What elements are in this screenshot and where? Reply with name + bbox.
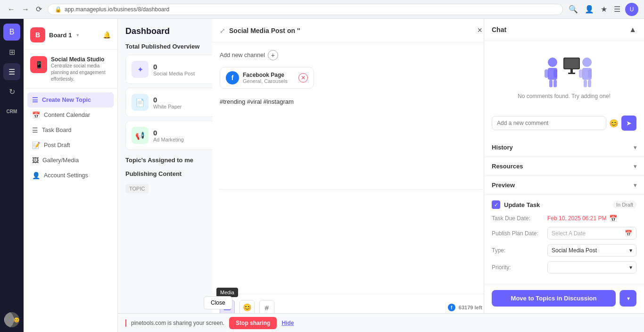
menu-icon[interactable]: ☰	[3, 63, 20, 80]
browser-nav: ← → ⟳	[6, 3, 44, 16]
refresh-button[interactable]: ⟳	[34, 3, 44, 16]
hashtag-icon: #	[265, 304, 269, 312]
close-button[interactable]: Close	[204, 296, 232, 309]
calendar-icon[interactable]: 📅	[609, 215, 617, 222]
stat-count: 0	[153, 129, 184, 137]
modal-header: ⤢ Social Media Post on '' ×	[212, 19, 490, 42]
search-button[interactable]: 🔍	[567, 3, 580, 16]
modal-close-button[interactable]: ×	[477, 25, 482, 35]
back-button[interactable]: ←	[6, 3, 17, 16]
svg-rect-7	[553, 80, 557, 87]
sidebar-brand-icon: B	[30, 27, 45, 42]
preview-header[interactable]: Preview ▾	[484, 176, 644, 194]
svg-rect-9	[564, 58, 579, 68]
facebook-channel-chip[interactable]: f Facebook Page General, Carousels ✕	[220, 67, 314, 89]
add-channel-row: Add new channel +	[220, 50, 482, 60]
priority-select[interactable]: ▾	[547, 261, 636, 274]
publish-date-row: Publish Plan Date: Select A Date 📅	[492, 227, 636, 240]
comment-send-button[interactable]: ➤	[621, 116, 636, 131]
share-divider	[125, 319, 126, 327]
expand-icon[interactable]: ⤢	[220, 27, 225, 34]
comment-emoji-button[interactable]: 😊	[609, 119, 619, 128]
type-row: Type: Social Media Post ▾	[492, 244, 636, 257]
due-date-value: Feb 10, 2025 06:21 PM 📅	[547, 215, 636, 222]
sidebar-item-gallery[interactable]: 🖼 Gallery/Media	[27, 153, 114, 168]
publish-date-input[interactable]: Select A Date 📅	[547, 227, 636, 240]
stat-info-social: 0 Social Media Post	[153, 63, 195, 76]
resources-accordion: Resources ▾	[484, 157, 644, 176]
history-accordion: History ▾	[484, 138, 644, 157]
studio-block: 📱 Social Media Studio Centralize social …	[24, 53, 117, 89]
chat-title: Chat	[492, 26, 506, 33]
sidebar-item-account-settings[interactable]: 👤 Account Settings	[27, 168, 114, 183]
history-header[interactable]: History ▾	[484, 138, 644, 157]
facebook-icon: f	[226, 71, 239, 84]
move-to-dropdown-button[interactable]: ▾	[619, 290, 636, 307]
sidebar-item-task-board[interactable]: ☰ Task Board	[27, 123, 114, 138]
due-date-text: Feb 10, 2025 06:21 PM	[547, 215, 606, 222]
refresh-nav-icon[interactable]: ↻	[3, 83, 20, 100]
due-date-row: Task Due Date: Feb 10, 2025 06:21 PM 📅	[492, 215, 636, 222]
sidebar: B Board 1 ▾ 🔔 📱 Social Media Studio Cent…	[24, 19, 118, 332]
char-count-text: 63179 left	[459, 305, 482, 310]
preview-accordion: Preview ▾	[484, 176, 644, 195]
lock-icon: 🔒	[55, 6, 62, 13]
browser-actions: 🔍 👤 ★ ☰ U	[567, 3, 638, 16]
channel-info: Facebook Page General, Carousels	[243, 72, 295, 84]
comment-input-row: 😊 ➤	[484, 116, 644, 131]
type-select[interactable]: Social Media Post ▾	[547, 244, 636, 257]
comment-input[interactable]	[492, 116, 606, 130]
user-avatar-button[interactable]: U	[625, 3, 638, 16]
resources-label: Resources	[492, 163, 523, 170]
forward-button[interactable]: →	[20, 3, 31, 16]
fb-icon-small: f	[448, 304, 455, 311]
profile-button[interactable]: 👤	[583, 3, 596, 16]
extensions-button[interactable]: ☰	[612, 3, 622, 16]
stat-info-admarketing: 0 Ad Marketing	[153, 129, 184, 142]
emoji-icon: 😊	[243, 303, 252, 312]
channel-remove-button[interactable]: ✕	[298, 73, 308, 83]
due-date-label: Task Due Date:	[492, 215, 544, 222]
publish-date-placeholder: Select A Date	[552, 230, 586, 237]
create-topic-icon: ☰	[32, 96, 38, 104]
sidebar-item-label: Post Draft	[44, 142, 70, 149]
svg-rect-14	[579, 69, 583, 78]
chat-collapse-button[interactable]: ▲	[629, 25, 636, 34]
task-checkbox[interactable]: ✓	[492, 200, 500, 209]
hide-button[interactable]: Hide	[281, 320, 294, 326]
sidebar-item-calendar[interactable]: 📅 Content Calendar	[27, 108, 114, 123]
preview-chevron: ▾	[634, 182, 636, 189]
history-chevron: ▾	[634, 144, 636, 151]
grid-icon[interactable]: ⊞	[3, 43, 20, 60]
chat-illustration	[527, 50, 602, 93]
user-avatar[interactable]: 😊	[4, 312, 19, 327]
svg-rect-5	[553, 69, 557, 78]
modal-body: Add new channel + f Facebook Page Genera…	[212, 42, 490, 294]
right-panel: Chat ▲	[484, 19, 644, 332]
sidebar-item-create-topic[interactable]: ☰ Create New Topic	[27, 92, 114, 108]
post-content[interactable]: #trending #viral #instagram	[220, 95, 482, 190]
crm-icon[interactable]: CRM	[3, 103, 20, 120]
stop-sharing-button[interactable]: Stop sharing	[229, 317, 277, 329]
resources-header[interactable]: Resources ▾	[484, 157, 644, 175]
board-chevron[interactable]: ▾	[76, 32, 79, 38]
sidebar-item-label: Gallery/Media	[42, 157, 79, 164]
stat-label: Ad Marketing	[153, 137, 184, 142]
publish-calendar-icon: 📅	[625, 230, 632, 237]
move-to-button[interactable]: Move to Topics in Discussion	[492, 290, 616, 307]
sidebar-item-post-draft[interactable]: 📝 Post Draft	[27, 138, 114, 153]
browser-bar: ← → ⟳ 🔒 app.manageplus.io/business/8/das…	[0, 0, 644, 19]
svg-rect-10	[570, 69, 573, 73]
sidebar-menu: ☰ Create New Topic 📅 Content Calendar ☰ …	[24, 92, 117, 183]
post-draft-icon: 📝	[32, 141, 40, 149]
bell-icon[interactable]: 🔔	[103, 31, 111, 39]
type-chevron: ▾	[629, 247, 632, 254]
bookmark-button[interactable]: ★	[599, 3, 609, 16]
account-icon: 👤	[32, 172, 40, 179]
stat-info-whitepaper: 0 White Paper	[153, 96, 182, 109]
svg-rect-17	[588, 80, 591, 87]
add-channel-button[interactable]: +	[268, 50, 278, 60]
brand-icon[interactable]: B	[3, 24, 20, 41]
url-bar[interactable]: 🔒 app.manageplus.io/business/8/dashboard	[48, 4, 563, 15]
task-board-icon: ☰	[32, 126, 38, 134]
